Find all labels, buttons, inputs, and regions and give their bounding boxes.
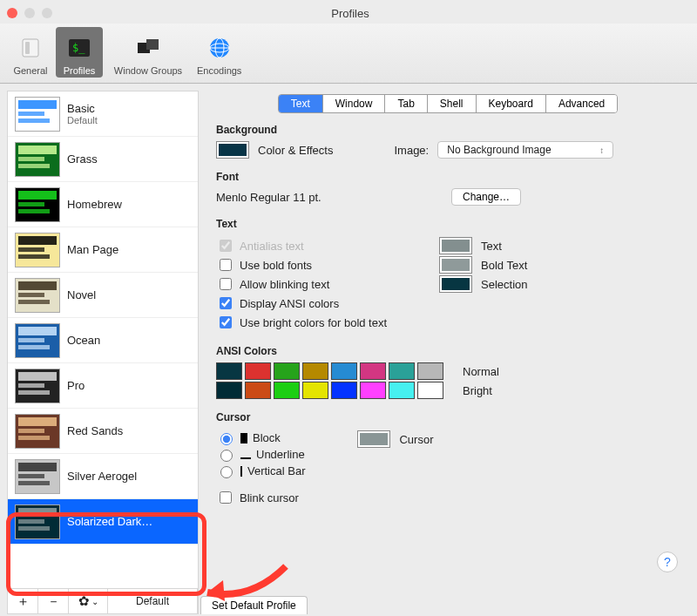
profile-name: Novel [67, 288, 96, 301]
tab-encodings[interactable]: Encodings [193, 27, 245, 78]
background-image-label: Image: [394, 144, 429, 157]
ansi-swatch[interactable] [360, 362, 386, 380]
ansi-swatch[interactable] [417, 382, 443, 399]
subtab-tab[interactable]: Tab [385, 95, 427, 112]
svg-rect-21 [18, 254, 50, 259]
zoom-icon [42, 8, 52, 18]
subtab-keyboard[interactable]: Keyboard [477, 95, 546, 112]
selection-color-well[interactable] [439, 275, 472, 293]
svg-rect-39 [18, 526, 50, 531]
ansi-swatch[interactable] [274, 362, 300, 380]
ansi-swatch[interactable] [331, 362, 357, 380]
profile-actions-menu[interactable]: ✿⌄ [69, 589, 108, 613]
close-icon[interactable] [7, 8, 17, 18]
profile-item[interactable]: Homebrew [8, 182, 198, 227]
svg-rect-16 [18, 191, 57, 200]
profile-thumb [15, 459, 60, 494]
subtab-advanced[interactable]: Advanced [546, 95, 617, 112]
svg-rect-26 [18, 338, 44, 342]
profile-item[interactable]: Novel [8, 273, 198, 318]
ansi-swatch[interactable] [417, 362, 443, 380]
profile-name: Grass [67, 152, 98, 166]
underline-cursor-icon [240, 457, 251, 459]
background-image-select[interactable]: No Background Image [437, 141, 613, 159]
svg-rect-27 [18, 345, 50, 349]
ansi-swatch[interactable] [360, 382, 386, 399]
svg-text:$_: $_ [72, 42, 85, 54]
cursor-vbar-radio[interactable]: Vertical Bar [216, 464, 305, 478]
set-default-profile-button[interactable]: Set Default Profile [200, 596, 308, 614]
profile-item[interactable]: Grass [8, 137, 198, 182]
help-button[interactable]: ? [657, 552, 678, 572]
ansi-swatch[interactable] [389, 382, 415, 399]
cursor-color-well[interactable] [357, 430, 390, 448]
ansi-swatch[interactable] [302, 362, 328, 380]
tab-general-label: General [13, 65, 47, 76]
bright-bold-checkbox[interactable]: Use bright colors for bold text [216, 314, 387, 331]
profile-sublabel: Default [67, 115, 98, 125]
add-profile-button[interactable]: ＋ [8, 589, 38, 613]
ansi-swatch[interactable] [245, 362, 271, 380]
profile-item[interactable]: Red Sands [8, 409, 198, 454]
profile-name: Man Page [67, 243, 118, 256]
default-profile-button[interactable]: Default [108, 589, 198, 613]
ansi-swatch[interactable] [302, 382, 328, 399]
ansi-swatch[interactable] [216, 362, 242, 380]
profile-thumb [15, 97, 60, 132]
svg-rect-30 [18, 390, 50, 395]
cursor-block-radio[interactable]: Block [216, 430, 281, 445]
background-color-well[interactable] [216, 141, 249, 159]
tab-profiles[interactable]: $_ Profiles [56, 27, 103, 78]
titlebar: Profiles [0, 0, 697, 24]
switch-icon [15, 34, 46, 62]
section-background-heading: Background [216, 124, 680, 136]
text-color-well[interactable] [439, 237, 472, 254]
ansi-swatch[interactable] [245, 382, 271, 399]
section-cursor-heading: Cursor [216, 411, 680, 423]
subtab-text[interactable]: Text [279, 95, 323, 112]
antialias-checkbox[interactable]: Antialias text [216, 237, 304, 254]
profile-name: Silver Aerogel [67, 470, 137, 483]
svg-rect-28 [18, 372, 57, 381]
tab-window-groups[interactable]: Window Groups [105, 27, 192, 78]
profile-item[interactable]: Pro [8, 363, 198, 409]
profile-item[interactable]: Silver Aerogel [8, 454, 198, 499]
blink-cursor-checkbox[interactable]: Blink cursor [216, 489, 299, 506]
block-cursor-icon [240, 433, 247, 443]
ansi-swatch[interactable] [331, 382, 357, 399]
globe-icon [204, 34, 235, 62]
svg-rect-38 [18, 519, 44, 524]
profile-item[interactable]: Man Page [8, 227, 198, 273]
tab-profiles-label: Profiles [64, 65, 96, 76]
ansi-swatch[interactable] [389, 362, 415, 380]
tab-general[interactable]: General [7, 27, 54, 78]
svg-rect-14 [18, 157, 44, 161]
minimize-icon [24, 8, 35, 18]
ansi-swatch[interactable] [274, 382, 300, 399]
subtab-window[interactable]: Window [323, 95, 386, 112]
blinking-text-checkbox[interactable]: Allow blinking text [216, 275, 329, 293]
svg-rect-17 [18, 202, 44, 206]
bold-text-color-label: Bold Text [481, 259, 527, 272]
remove-profile-button[interactable]: － [38, 589, 69, 613]
ansi-normal-label: Normal [463, 365, 499, 378]
profile-item[interactable]: Ocean [8, 318, 198, 363]
ansi-colors-checkbox[interactable]: Display ANSI colors [216, 294, 339, 312]
profile-item[interactable]: Solarized Dark… [8, 499, 198, 545]
bold-fonts-checkbox[interactable]: Use bold fonts [216, 256, 312, 274]
svg-rect-20 [18, 247, 44, 252]
profile-subtabs: TextWindowTabShellKeyboardAdvanced [278, 94, 619, 113]
profile-item[interactable]: BasicDefault [8, 91, 198, 137]
text-color-label: Text [481, 240, 502, 253]
profile-list[interactable]: BasicDefaultGrassHomebrewMan PageNovelOc… [8, 91, 198, 588]
change-font-button[interactable]: Change… [451, 188, 521, 206]
terminal-icon: $_ [64, 34, 95, 62]
toolbar: General $_ Profiles Window Groups Encodi… [0, 24, 697, 84]
ansi-swatch[interactable] [216, 382, 242, 399]
profile-thumb [15, 187, 60, 222]
cursor-underline-radio[interactable]: Underline [216, 447, 305, 462]
svg-rect-35 [18, 474, 44, 478]
svg-rect-22 [18, 281, 57, 290]
subtab-shell[interactable]: Shell [428, 95, 477, 112]
bold-text-color-well[interactable] [439, 256, 472, 274]
